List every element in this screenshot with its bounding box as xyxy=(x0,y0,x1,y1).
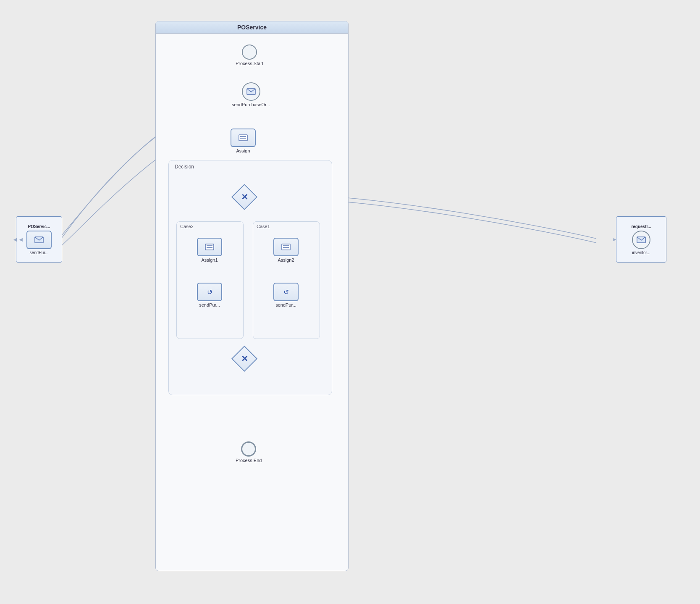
process-start-node: Process Start xyxy=(236,45,263,66)
assign2-icon xyxy=(281,244,291,250)
process-end-node: Process End xyxy=(236,441,262,463)
merge-diamond: ✕ xyxy=(231,346,257,372)
process-end-circle xyxy=(241,441,256,457)
decision-container: Decision ✕ Case2 xyxy=(168,160,332,395)
assign2-label: Assign2 xyxy=(278,257,294,263)
case2-container: Case2 Assign1 ↺ xyxy=(176,221,244,339)
process-end-label: Process End xyxy=(236,458,262,463)
right-side-title: requestI... xyxy=(631,224,651,229)
process-start-circle xyxy=(242,45,257,60)
assign1-box xyxy=(197,238,222,256)
left-side-box[interactable]: POServic... sendPur... ◄◄ xyxy=(16,216,62,263)
right-side-sub-label: inventor... xyxy=(632,250,650,255)
decision-gateway: ✕ xyxy=(235,188,254,206)
assign2-box xyxy=(273,238,299,256)
decision-diamond: ✕ xyxy=(231,184,257,210)
assign-label: Assign xyxy=(236,148,250,153)
left-side-inner-box xyxy=(26,231,52,249)
send-purchase-label: sendPurchaseOr... xyxy=(232,102,270,107)
canvas: POService Process Start sendPurchaseOr..… xyxy=(0,0,700,604)
assign1-node[interactable]: Assign1 xyxy=(197,238,222,263)
sendpur2-node[interactable]: ↺ sendPur... xyxy=(273,283,299,307)
merge-gateway: ✕ xyxy=(235,349,254,368)
case1-container: Case1 Assign2 ↺ xyxy=(253,221,320,339)
merge-diamond-x-icon: ✕ xyxy=(241,354,248,364)
assign-icon xyxy=(239,134,248,141)
poservice-title: POService xyxy=(156,21,348,34)
case2-label: Case2 xyxy=(180,224,194,229)
case1-label: Case1 xyxy=(257,224,270,229)
left-side-message-icon xyxy=(34,236,44,243)
send-purchase-node[interactable]: sendPurchaseOr... xyxy=(232,82,270,107)
left-side-title: POServic... xyxy=(28,224,50,229)
right-arrow-icon: ► xyxy=(612,236,617,242)
left-arrow-icon: ◄◄ xyxy=(12,236,24,243)
send-purchase-circle xyxy=(242,82,260,101)
right-side-inner xyxy=(629,231,654,249)
poservice-container: POService Process Start sendPurchaseOr..… xyxy=(155,21,349,571)
sendpur2-box: ↺ xyxy=(273,283,299,301)
svg-rect-12 xyxy=(239,135,247,141)
message-icon xyxy=(246,88,256,95)
loop2-icon: ↺ xyxy=(283,288,289,296)
sendpur1-label: sendPur... xyxy=(199,302,220,307)
loop1-icon: ↺ xyxy=(207,288,212,296)
decision-label: Decision xyxy=(175,164,194,170)
assign-box xyxy=(231,129,256,147)
svg-rect-16 xyxy=(205,244,214,250)
right-circle xyxy=(632,231,650,249)
left-side-sub-label: sendPur... xyxy=(29,250,48,255)
right-message-icon xyxy=(637,236,646,243)
right-side-box[interactable]: requestI... inventor... ► xyxy=(616,216,666,263)
connections-svg xyxy=(0,0,700,604)
assign1-icon xyxy=(205,244,214,250)
assign-node[interactable]: Assign xyxy=(231,129,256,153)
diamond-x-icon: ✕ xyxy=(241,192,248,202)
assign2-node[interactable]: Assign2 xyxy=(273,238,299,263)
sendpur2-label: sendPur... xyxy=(275,302,296,307)
svg-rect-19 xyxy=(282,244,290,250)
assign1-label: Assign1 xyxy=(201,257,218,263)
process-start-label: Process Start xyxy=(236,61,263,66)
sendpur1-node[interactable]: ↺ sendPur... xyxy=(197,283,222,307)
sendpur1-box: ↺ xyxy=(197,283,222,301)
